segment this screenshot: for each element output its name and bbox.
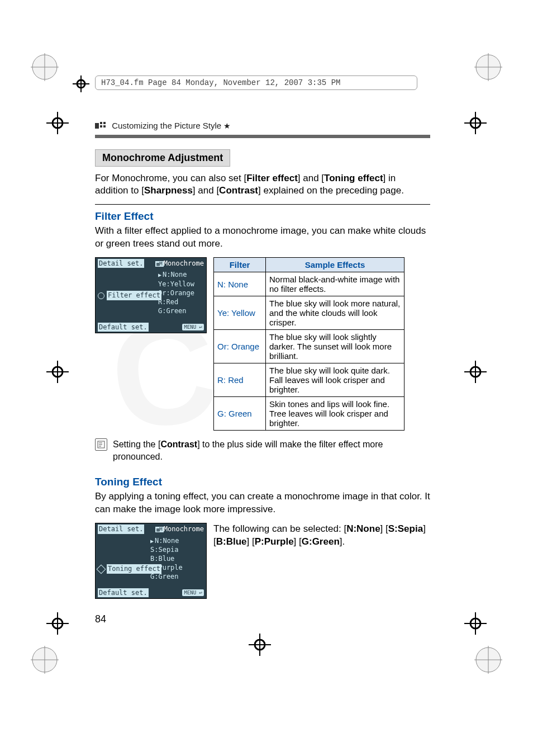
register-mark-icon — [461, 609, 489, 637]
head-underline — [95, 135, 430, 138]
lcd-option: N:None — [158, 270, 204, 279]
svg-rect-39 — [100, 125, 102, 127]
page-number: 84 — [95, 613, 430, 625]
svg-point-21 — [470, 367, 480, 377]
lcd-menu-badge: MENU ↩ — [182, 589, 204, 596]
svg-point-30 — [255, 640, 265, 650]
lcd-option: S:Sepia — [150, 545, 204, 554]
svg-rect-38 — [103, 122, 106, 124]
lcd-footer-left: Default set. — [98, 588, 149, 597]
running-head-text: Customizing the Picture Style — [112, 121, 221, 130]
lcd-filter-effect: Detail set. ▦MMonochrome N:None Ye:Yello… — [95, 257, 207, 333]
lcd-row-label: Toning effect — [107, 564, 161, 573]
lcd-toning-effect: Detail set. ▦MMonochrome N:None S:Sepia … — [95, 523, 207, 599]
lcd-footer-left: Default set. — [98, 323, 149, 332]
section-title: Monochrome Adjustment — [95, 149, 230, 167]
svg-point-12 — [53, 118, 63, 128]
register-mark-icon — [44, 109, 72, 137]
toning-effect-desc: By applying a toning effect, you can cre… — [95, 490, 430, 516]
note-text: Setting the [Contrast] to the plus side … — [113, 438, 430, 462]
register-mark-icon — [44, 358, 72, 386]
toning-icon — [97, 564, 106, 574]
svg-point-33 — [77, 80, 85, 88]
crop-mark-icon — [474, 646, 502, 674]
svg-rect-40 — [103, 125, 106, 127]
lcd-option: B:Blue — [150, 554, 204, 563]
svg-point-15 — [470, 118, 480, 128]
table-head-effect: Sample Effects — [266, 258, 404, 272]
filter-effect-table: Filter Sample Effects N: NoneNormal blac… — [213, 257, 404, 431]
svg-point-18 — [53, 367, 63, 377]
table-row: Ye: YellowThe blue sky will look more na… — [214, 296, 404, 330]
lcd-title-left: Detail set. — [98, 259, 144, 268]
table-head-filter: Filter — [214, 258, 266, 272]
note-icon — [95, 438, 107, 451]
register-mark-icon — [44, 609, 72, 637]
register-mark-icon — [246, 631, 274, 659]
lcd-title-left: Detail set. — [98, 525, 144, 533]
svg-rect-36 — [95, 123, 99, 129]
table-row: Or: OrangeThe blue sky will look slightl… — [214, 330, 404, 363]
lcd-title-right: ▦MMonochrome — [155, 259, 204, 268]
svg-point-9 — [476, 648, 501, 672]
svg-rect-37 — [100, 122, 102, 124]
lcd-toning-options: N:None S:Sepia B:Blue P:Purple G:Green — [150, 536, 204, 582]
lcd-row-label: Filter effect — [107, 291, 161, 300]
frame-header: H73_04.fm Page 84 Monday, November 12, 2… — [95, 75, 417, 90]
filter-effect-desc: With a filter effect applied to a monoch… — [95, 225, 430, 251]
svg-point-27 — [470, 618, 480, 629]
table-row: G: GreenSkin tones and lips will look fi… — [214, 397, 404, 431]
svg-point-24 — [53, 618, 63, 629]
lcd-option: Ye:Yellow — [158, 280, 204, 289]
note: Setting the [Contrast] to the plus side … — [95, 438, 430, 462]
picture-style-icon — [95, 122, 107, 131]
lcd-option: N:None — [150, 536, 204, 545]
table-row: N: NoneNormal black-and-white image with… — [214, 272, 404, 296]
toning-select-text: The following can be selected: [N:None] … — [213, 523, 430, 549]
crop-mark-icon — [31, 646, 59, 674]
divider — [95, 204, 430, 205]
toning-effect-heading: Toning Effect — [95, 476, 430, 488]
svg-point-3 — [476, 55, 501, 79]
crop-mark-icon — [474, 53, 502, 81]
bullet-icon — [98, 292, 104, 299]
intro-paragraph: For Monochrome, you can also set [Filter… — [95, 172, 430, 198]
star-icon: ★ — [223, 121, 231, 130]
svg-point-6 — [32, 648, 57, 672]
table-row: R: RedThe blue sky will look quite dark.… — [214, 363, 404, 397]
register-mark-icon — [461, 358, 489, 386]
register-mark-icon — [73, 75, 89, 92]
filter-effect-heading: Filter Effect — [95, 210, 430, 223]
running-head: Customizing the Picture Style ★ — [95, 121, 430, 131]
register-mark-icon — [461, 109, 489, 137]
svg-point-0 — [32, 55, 57, 79]
crop-mark-icon — [31, 53, 59, 81]
lcd-title-right: ▦MMonochrome — [155, 525, 204, 533]
lcd-menu-badge: MENU ↩ — [182, 324, 204, 330]
